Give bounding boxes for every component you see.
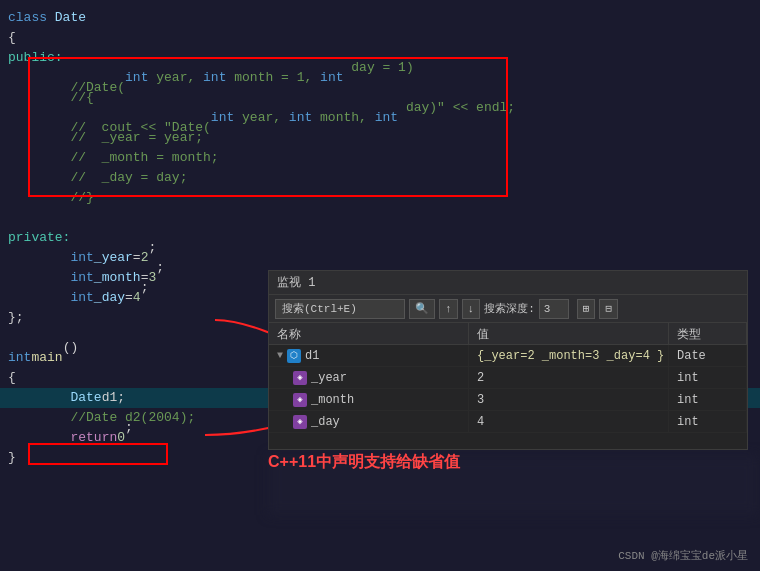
month-field-icon: ◈ xyxy=(293,393,307,407)
watch-depth-value[interactable]: 3 xyxy=(539,299,569,319)
watch-search-box[interactable]: 搜索(Ctrl+E) xyxy=(275,299,405,319)
code-line-2: { xyxy=(0,28,760,48)
expand-icon: ▼ xyxy=(277,350,283,361)
watch-cell-d1-name: ▼ ⬡ d1 xyxy=(269,345,469,366)
watch-row-month[interactable]: ◈ _month 3 int xyxy=(269,389,747,411)
year-field-icon: ◈ xyxy=(293,371,307,385)
watch-collapse-btn[interactable]: ⊟ xyxy=(599,299,618,319)
watch-search-label: 搜索(Ctrl+E) xyxy=(282,301,357,316)
watermark: CSDN @海绵宝宝de派小星 xyxy=(618,548,748,563)
watch-down-btn[interactable]: ↓ xyxy=(462,299,481,319)
day-name-text: _day xyxy=(311,415,340,429)
watch-up-btn[interactable]: ↑ xyxy=(439,299,458,319)
watch-cell-d1-type: Date xyxy=(669,345,747,366)
watch-toolbar: 搜索(Ctrl+E) 🔍 ↑ ↓ 搜索深度: 3 ⊞ ⊟ xyxy=(269,295,747,323)
code-line-13: int _year=2; xyxy=(0,248,760,268)
watch-cell-month-value: 3 xyxy=(469,389,669,410)
watch-col-value: 值 xyxy=(469,323,669,346)
watch-cell-day-value: 4 xyxy=(469,411,669,432)
watch-title: 监视 1 xyxy=(277,274,315,291)
watch-cell-year-type: int xyxy=(669,367,747,388)
day-field-icon: ◈ xyxy=(293,415,307,429)
d1-var-icon: ⬡ xyxy=(287,349,301,363)
watch-row-day[interactable]: ◈ _day 4 int xyxy=(269,411,747,433)
watch-row-year[interactable]: ◈ _year 2 int xyxy=(269,367,747,389)
month-name-text: _month xyxy=(311,393,354,407)
watch-cell-year-name: ◈ _year xyxy=(269,367,469,388)
code-line-12: private: xyxy=(0,228,760,248)
watch-expand-btn[interactable]: ⊞ xyxy=(577,299,596,319)
cpp11-label: C++11中声明支持给缺省值 xyxy=(268,452,460,473)
year-name-text: _year xyxy=(311,371,347,385)
d1-name-text: d1 xyxy=(305,349,319,363)
watch-search-icon-btn[interactable]: 🔍 xyxy=(409,299,435,319)
watch-cell-month-name: ◈ _month xyxy=(269,389,469,410)
watch-cell-month-type: int xyxy=(669,389,747,410)
watch-col-type: 类型 xyxy=(669,323,747,346)
watch-cell-year-value: 2 xyxy=(469,367,669,388)
watch-column-headers: 名称 值 类型 xyxy=(269,323,747,345)
watch-col-name: 名称 xyxy=(269,323,469,346)
watch-row-d1[interactable]: ▼ ⬡ d1 {_year=2 _month=3 _day=4 } Date xyxy=(269,345,747,367)
watch-title-bar: 监视 1 xyxy=(269,271,747,295)
watch-window: 监视 1 搜索(Ctrl+E) 🔍 ↑ ↓ 搜索深度: 3 ⊞ ⊟ 名称 值 类… xyxy=(268,270,748,450)
watch-depth-label: 搜索深度: xyxy=(484,301,535,316)
keyword-class: class xyxy=(8,8,55,28)
code-line-9: // _day = day; xyxy=(0,168,760,188)
watch-cell-day-name: ◈ _day xyxy=(269,411,469,432)
code-line-11 xyxy=(0,208,760,228)
watch-cell-d1-value: {_year=2 _month=3 _day=4 } xyxy=(469,345,669,366)
watch-cell-day-type: int xyxy=(669,411,747,432)
code-line-4: //Date(int year, int month = 1, int day … xyxy=(0,68,760,88)
code-line-1: class Date xyxy=(0,8,760,28)
